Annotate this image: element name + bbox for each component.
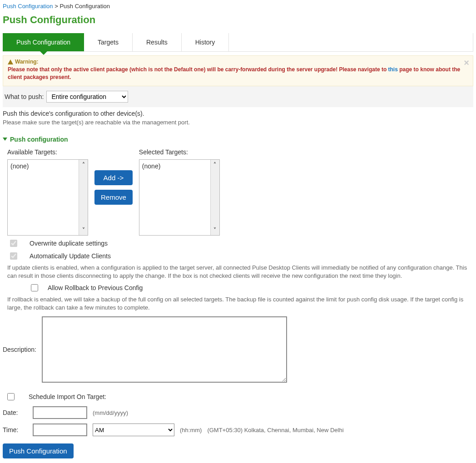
tabs-filler — [229, 33, 473, 51]
auto-update-help: If update clients is enabled, when a con… — [3, 261, 473, 280]
remove-button[interactable]: Remove — [94, 190, 133, 205]
tab-push-configuration[interactable]: Push Configuration — [3, 33, 84, 51]
page-title: Push Configuration — [3, 14, 473, 26]
warning-text-pre: Please note that only the active client … — [8, 66, 388, 73]
breadcrumb-current: Push Configuration — [60, 3, 110, 10]
available-targets-listbox[interactable]: (none) ˄ ˅ — [7, 159, 88, 236]
tab-history[interactable]: History — [182, 33, 229, 51]
rollback-row: Allow Rollback to Previous Config — [3, 280, 473, 293]
overwrite-checkbox[interactable] — [10, 240, 17, 247]
push-line: Push this device's configuration to othe… — [3, 110, 473, 117]
selected-targets-listbox[interactable]: (none) ˄ ˅ — [139, 159, 220, 236]
warning-label: Warning: — [15, 59, 39, 65]
chevron-down-icon — [3, 138, 7, 141]
overwrite-label: Overwrite duplicate settings — [30, 240, 108, 247]
targets-row: Available Targets: (none) ˄ ˅ Add -> Rem… — [3, 148, 473, 236]
schedule-checkbox[interactable] — [7, 393, 15, 400]
description-row: Description: — [3, 316, 473, 383]
warning-link[interactable]: this — [388, 66, 398, 73]
time-input[interactable] — [33, 424, 87, 436]
warning-body: Please note that only the active client … — [8, 66, 468, 81]
date-input[interactable] — [33, 406, 87, 419]
overwrite-row: Overwrite duplicate settings — [3, 236, 473, 248]
auto-update-row: Automatically Update Clients — [3, 248, 473, 261]
scrollbar[interactable]: ˄ ˅ — [79, 160, 88, 235]
selected-targets-col: Selected Targets: (none) ˄ ˅ — [139, 148, 220, 236]
breadcrumb-root[interactable]: Push Configuration — [3, 3, 53, 10]
schedule-label: Schedule Import On Target: — [29, 393, 106, 400]
push-configuration-button[interactable]: Push Configuration — [3, 443, 74, 458]
ampm-select[interactable]: AM — [93, 424, 174, 436]
date-label: Date: — [3, 409, 27, 416]
section-toggle-push-configuration[interactable]: Push configuration — [3, 136, 473, 143]
section-title: Push configuration — [10, 136, 68, 143]
reachable-line: Please make sure the target(s) are reach… — [3, 119, 473, 126]
scroll-down-icon[interactable]: ˅ — [82, 225, 85, 235]
what-to-push-bar: What to push: Entire configuration — [3, 86, 473, 107]
rollback-checkbox[interactable] — [31, 284, 38, 291]
rollback-help: If rollback is enabled, we will take a b… — [3, 293, 473, 312]
scroll-up-icon[interactable]: ˄ — [213, 160, 216, 170]
warning-icon — [8, 59, 13, 64]
add-button[interactable]: Add -> — [94, 170, 133, 185]
schedule-row: Schedule Import On Target: — [3, 389, 473, 402]
date-hint: (mm/dd/yyyy) — [93, 409, 128, 416]
selected-targets-none: (none) — [139, 160, 210, 235]
auto-update-checkbox[interactable] — [10, 252, 17, 260]
breadcrumb: Push Configuration > Push Configuration — [3, 3, 473, 10]
date-row: Date: (mm/dd/yyyy) — [3, 406, 473, 419]
what-to-push-label: What to push: — [5, 93, 44, 100]
available-targets-col: Available Targets: (none) ˄ ˅ — [7, 148, 88, 236]
scroll-down-icon[interactable]: ˅ — [213, 225, 216, 235]
warning-box: × Warning: Please note that only the act… — [3, 55, 473, 86]
scrollbar[interactable]: ˄ ˅ — [210, 160, 219, 235]
rollback-label: Allow Rollback to Previous Config — [48, 284, 143, 291]
available-targets-label: Available Targets: — [7, 148, 88, 156]
selected-targets-label: Selected Targets: — [139, 148, 220, 156]
timezone-label: (GMT+05:30) Kolkata, Chennai, Mumbai, Ne… — [207, 427, 343, 433]
available-targets-none: (none) — [8, 160, 79, 235]
description-textarea[interactable] — [42, 316, 287, 383]
target-buttons: Add -> Remove — [94, 170, 133, 205]
time-label: Time: — [3, 426, 27, 433]
tab-targets[interactable]: Targets — [84, 33, 133, 51]
auto-update-label: Automatically Update Clients — [30, 252, 111, 260]
warning-header: Warning: — [8, 59, 468, 65]
time-hint: (hh:mm) — [180, 427, 202, 433]
tabs: Push Configuration Targets Results Histo… — [3, 33, 473, 52]
breadcrumb-sep: > — [55, 3, 58, 10]
what-to-push-select[interactable]: Entire configuration — [46, 91, 128, 103]
close-icon[interactable]: × — [464, 58, 469, 68]
schedule-block: Schedule Import On Target: Date: (mm/dd/… — [3, 389, 473, 436]
time-row: Time: AM (hh:mm) (GMT+05:30) Kolkata, Ch… — [3, 424, 473, 436]
description-label: Description: — [3, 346, 36, 353]
tab-results[interactable]: Results — [133, 33, 182, 51]
scroll-up-icon[interactable]: ˄ — [82, 160, 85, 170]
